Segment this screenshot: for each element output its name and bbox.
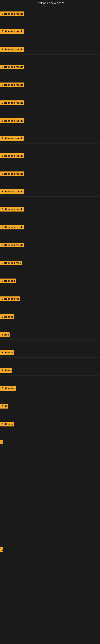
bottleneck-result-label: Bottle (0, 332, 10, 337)
bottleneck-result-label: Bottleneck result (0, 136, 24, 141)
bottleneck-result-label: Bottleneck result (0, 243, 24, 247)
bottleneck-result-label: B (0, 440, 3, 444)
bottleneck-result-label: Bottleneck result (0, 225, 24, 230)
bottleneck-result-label: Bottleneck result (0, 189, 24, 194)
bottleneck-result-label: Bottleneck result (0, 172, 24, 176)
bottleneck-result-label: Bottleneck result (0, 29, 24, 34)
bottleneck-result-label: B (0, 548, 3, 552)
bottleneck-result-label: Bottl (0, 404, 8, 408)
bottleneck-result-label: Bottlenec (0, 314, 14, 319)
bottleneck-result-label: Bottleneck result (0, 12, 24, 16)
bottleneck-result-label: Bottleneck (0, 278, 16, 283)
bottleneck-result-label: Bottleneck result (0, 118, 24, 123)
site-title: TheBottlenecker.com (0, 0, 100, 6)
bottleneck-result-label: Bottleneck result (0, 207, 24, 212)
bottleneck-result-label: Bottleneck resu (0, 260, 22, 265)
bottleneck-result-label: Bottleneck result (0, 100, 24, 105)
bottleneck-result-label: Bottlene (0, 368, 12, 373)
bottleneck-result-label: Bottlenec (0, 422, 14, 426)
bottleneck-result-label: Bottleneck result (0, 47, 24, 52)
bottleneck-result-label: Bottleneck result (0, 82, 24, 87)
bottleneck-result-label: Bottleneck result (0, 153, 24, 158)
bottleneck-result-label: Bottleneck res (0, 296, 20, 301)
bottleneck-result-label: Bottleneck (0, 386, 16, 391)
bottleneck-result-label: Bottleneck result (0, 64, 24, 69)
bottleneck-result-label: Bottlenec (0, 350, 14, 355)
